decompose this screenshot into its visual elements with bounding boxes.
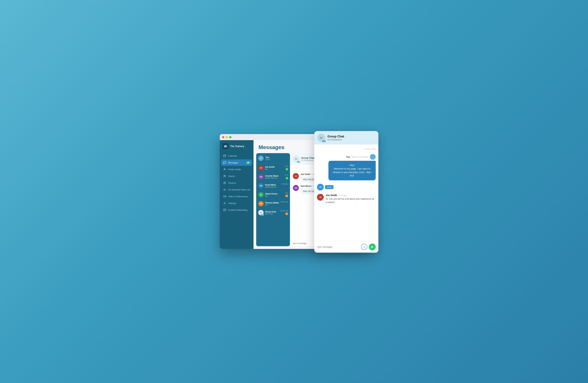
sidebar-label-guided-onboarding: Guided Onboarding (228, 209, 247, 211)
sidebar-item-video-conf[interactable]: Video Conferencing (221, 193, 252, 200)
sidebar-label-settings: Settings (228, 202, 236, 204)
theresa-webb-preview: hey (265, 204, 288, 206)
popup-you-avatar (370, 154, 376, 160)
close-button[interactable] (222, 136, 224, 138)
popup-input-area: ☺ (314, 241, 378, 253)
albert-flores-unread: 6+ (285, 194, 288, 197)
app-name-label: The Trainery (230, 145, 244, 148)
contact-item-joe-smith[interactable]: JS Joe Smith hey 11:58 2 (256, 163, 290, 172)
popup-emoji-button[interactable]: ☺ (361, 244, 367, 250)
popup-message-input[interactable] (317, 246, 359, 248)
group-chat-popup: GC +55 Group Chat 62 Participants 12 May… (314, 131, 378, 253)
sidebar-nav: Calendar Messages 99 (220, 153, 253, 246)
popup-header: GC +55 Group Chat 62 Participants (314, 131, 378, 145)
profile-icon (223, 168, 226, 171)
sidebar-label-profile: Public Profile (228, 168, 241, 171)
joe-online-dot (322, 199, 324, 201)
you-avatar: Y (258, 156, 264, 161)
albert-flores-time: Mon (285, 192, 288, 194)
logo-icon (222, 143, 229, 149)
popup-you-message: You Now 12, 11:32:44am Hey!Welcome to my… (317, 154, 376, 180)
group-chat-unread: 9+ (285, 212, 288, 215)
contact-item-theresa-webb[interactable]: TW Theresa Webb hey 2 weeks ago (256, 199, 290, 208)
svg-rect-13 (223, 196, 225, 197)
popup-joe-content: Joe Smith 1 min ago Hi. Can you tell me … (326, 194, 376, 204)
svg-rect-4 (223, 155, 226, 157)
annette-black-unread: 1 (286, 177, 288, 180)
messages-icon (223, 161, 226, 164)
popup-joe-time: 1 min ago (338, 194, 346, 196)
floyd-miles-avatar: FM (258, 183, 264, 188)
annette-black-preview: awww I liked our... (265, 177, 288, 179)
contacts-panel: Y You Online JS (256, 153, 290, 246)
group-chat-avatar: GC +55 (258, 210, 264, 215)
sidebar-item-on-demand[interactable]: On Demand Video Library (221, 186, 252, 193)
you-name: You (265, 156, 270, 158)
clients-icon (223, 175, 226, 178)
theresa-webb-time: 2 weeks ago (280, 201, 288, 203)
sidebar-item-messages[interactable]: Messages 99 (221, 159, 252, 166)
svg-rect-2 (224, 147, 227, 147)
messages-header-info: Group Chat 62 Participants (301, 157, 314, 161)
popup-send-button[interactable] (369, 244, 376, 250)
sidebar-label-on-demand: On Demand Video Library (228, 188, 250, 191)
sidebar-label-video-conf: Video Conferencing (228, 195, 247, 198)
messages-header-avatar: GC +55 (293, 156, 300, 162)
contact-item-group-chat[interactable]: GC +55 Group Chat Alex: hi all 2 weeks a… (256, 208, 290, 217)
messages-header-participants: 62 Participants (301, 159, 314, 161)
you-contact-row[interactable]: Y You Online (256, 153, 290, 163)
answer-avatar: JS (317, 184, 324, 190)
popup-you-time: Now 12, 11:32:44am (351, 156, 369, 158)
sidebar-item-clients[interactable]: Clients (221, 173, 252, 179)
svg-point-8 (224, 168, 225, 169)
minimize-button[interactable] (226, 136, 228, 138)
sidebar-label-finance: Finance (228, 182, 236, 184)
online-dot (374, 158, 376, 160)
group-avatar-badge: +55 (261, 214, 264, 216)
maximize-button[interactable] (229, 136, 231, 138)
popup-header-participants: 62 Participants (327, 138, 344, 141)
calendar-icon (223, 154, 226, 158)
video-icon (223, 188, 226, 191)
joe-smith-preview: hey (265, 168, 288, 170)
theresa-webb-avatar: TW (258, 201, 264, 206)
contact-item-annette-black[interactable]: AB Annette Black awww I liked our... 10:… (256, 172, 290, 181)
sidebar-label-calendar: Calendar (228, 155, 237, 157)
annette-black-avatar: AB (258, 174, 264, 180)
popup-avatar-badge: +55 (322, 140, 326, 142)
svg-marker-12 (224, 189, 226, 190)
popup-date-divider: 12 May, 2020 (317, 147, 376, 151)
sam-moore-msg-sender: Sam Moore (301, 185, 312, 187)
svg-point-10 (225, 175, 226, 176)
sidebar-item-finance[interactable]: Finance (221, 180, 252, 186)
popup-joe-avatar: JS (317, 194, 324, 201)
svg-rect-15 (223, 209, 226, 211)
onboarding-icon (223, 208, 226, 211)
svg-point-9 (224, 175, 225, 176)
annette-black-time: 10:34 (284, 174, 288, 176)
svg-rect-1 (224, 146, 227, 147)
contact-item-albert-flores[interactable]: AF Albert Flores hey Mon 6+ (256, 190, 290, 199)
svg-rect-0 (224, 146, 227, 146)
popup-joe-header: Joe Smith 1 min ago (326, 194, 376, 197)
joe-smith-msg-avatar: JS (293, 173, 299, 179)
popup-header-avatar: GC +55 (317, 134, 325, 142)
sidebar-item-calendar[interactable]: Calendar (221, 153, 252, 159)
sidebar-item-public-profile[interactable]: Public Profile (221, 166, 252, 173)
finance-icon (223, 181, 226, 184)
sidebar: The Trainery Calendar (220, 140, 253, 249)
joe-smith-time: 11:58 (284, 165, 288, 167)
popup-you-name: You (346, 156, 350, 158)
joe-smith-unread: 2 (286, 168, 288, 171)
sidebar-item-guided-onboarding[interactable]: Guided Onboarding (221, 207, 252, 213)
contact-item-floyd-miles[interactable]: FM Floyd Miles please ping me Yesterday (256, 181, 290, 190)
contact-list: JS Joe Smith hey 11:58 2 (256, 163, 290, 246)
messages-header-badge: +55 (297, 161, 300, 163)
answer-button[interactable]: answ (325, 185, 334, 189)
answer-area: JS answ (317, 183, 376, 191)
sidebar-item-settings[interactable]: Settings (221, 200, 252, 206)
sidebar-logo: The Trainery (220, 140, 253, 153)
svg-point-14 (224, 203, 225, 204)
floyd-miles-preview: please ping me (265, 186, 288, 188)
you-status: Online (265, 158, 270, 160)
